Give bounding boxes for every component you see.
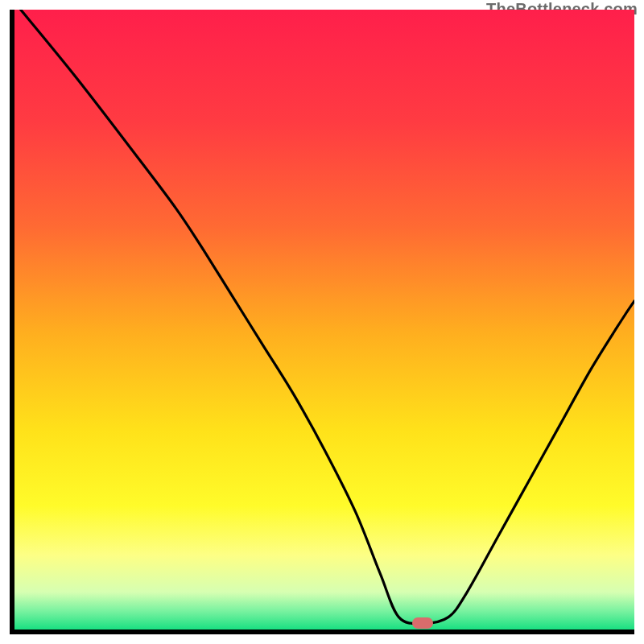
plot-area <box>10 10 634 634</box>
chart-container: TheBottleneck.com <box>0 0 644 644</box>
optimal-marker <box>412 617 433 629</box>
bottleneck-curve <box>14 10 634 630</box>
